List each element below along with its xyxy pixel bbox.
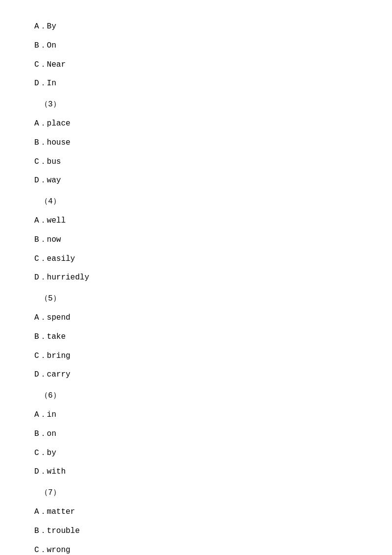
option-0-1: B．On <box>34 39 358 53</box>
option-2-0: A．well <box>34 214 358 228</box>
option-2-3: D．hurriedly <box>34 271 358 285</box>
option-1-2: C．bus <box>34 155 358 169</box>
option-4-2: C．by <box>34 446 358 460</box>
option-5-0: A．matter <box>34 505 358 519</box>
section-number-2: （3） <box>34 98 358 112</box>
section-number-4: （5） <box>34 292 358 306</box>
option-3-1: B．take <box>34 330 358 344</box>
section-number-6: （7） <box>34 486 358 500</box>
option-2-2: C．easily <box>34 252 358 266</box>
option-5-1: B．trouble <box>34 524 358 538</box>
section-number-5: （6） <box>34 389 358 403</box>
option-2-1: B．now <box>34 233 358 247</box>
option-4-1: B．on <box>34 427 358 441</box>
option-1-3: D．way <box>34 174 358 188</box>
option-1-1: B．house <box>34 136 358 150</box>
main-content: A．ByB．OnC．NearD．In（3）A．placeB．houseC．bus… <box>0 0 392 555</box>
option-3-3: D．carry <box>34 368 358 382</box>
option-0-0: A．By <box>34 20 358 34</box>
option-5-2: C．wrong <box>34 543 358 555</box>
option-3-0: A．spend <box>34 311 358 325</box>
option-3-2: C．bring <box>34 349 358 363</box>
section-number-3: （4） <box>34 195 358 209</box>
option-1-0: A．place <box>34 117 358 131</box>
option-0-2: C．Near <box>34 58 358 72</box>
option-4-3: D．with <box>34 465 358 479</box>
option-0-3: D．In <box>34 76 358 91</box>
option-4-0: A．in <box>34 408 358 422</box>
